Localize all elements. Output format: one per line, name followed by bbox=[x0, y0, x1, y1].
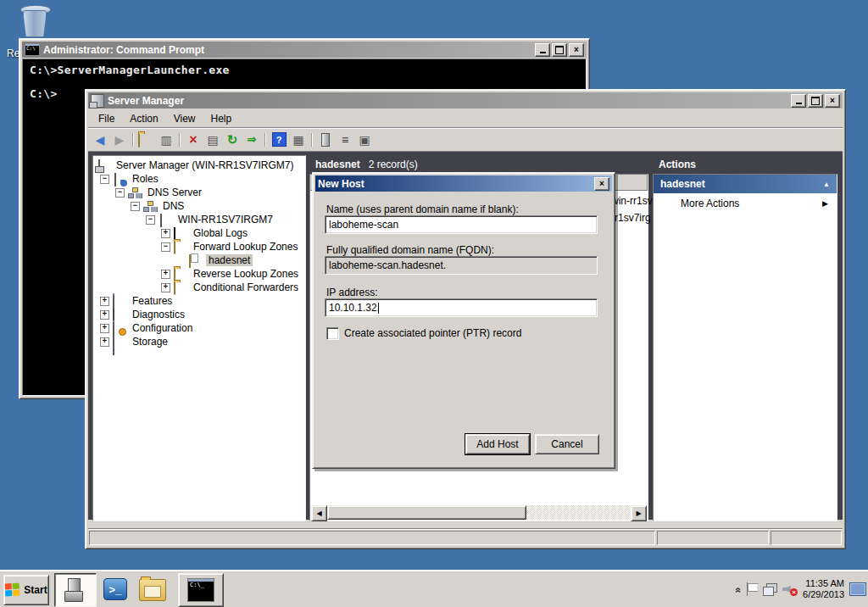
tree-item-features[interactable]: +Features bbox=[100, 294, 175, 308]
volume-muted-icon[interactable] bbox=[782, 582, 798, 596]
more-actions-item[interactable]: More Actions ▶ bbox=[654, 195, 837, 212]
taskbar: Start >_ « 11:35 AM 6/29/2013 bbox=[0, 570, 868, 607]
properties-icon[interactable]: ▤ bbox=[204, 132, 221, 148]
tree-item-diagnostics[interactable]: +Diagnostics bbox=[100, 308, 187, 321]
cancel-button[interactable]: Cancel bbox=[535, 434, 599, 454]
tray-clock[interactable]: 11:35 AM 6/29/2013 bbox=[803, 578, 844, 600]
collapse-box-icon[interactable]: − bbox=[115, 188, 125, 198]
actions-group-hadesnet[interactable]: hadesnet ▲ bbox=[654, 175, 837, 193]
cmd-minimize-button[interactable] bbox=[535, 43, 550, 57]
start-button[interactable]: Start bbox=[3, 575, 49, 605]
list-icon[interactable]: ≡ bbox=[337, 132, 353, 148]
server-icon[interactable] bbox=[317, 132, 334, 148]
cmd-titlebar[interactable]: Administrator: Command Prompt × bbox=[22, 42, 587, 58]
ptr-checkbox[interactable] bbox=[326, 327, 339, 340]
network-icon[interactable] bbox=[763, 583, 777, 596]
tree-item-server-manager-win-rr1sv7irgm7[interactable]: Server Manager (WIN-RR1SV7IRGM7) bbox=[97, 159, 296, 172]
menu-bar: FileActionViewHelp bbox=[88, 109, 843, 128]
forward-icon[interactable]: ▶ bbox=[111, 132, 128, 148]
record-data-partial[interactable]: rr1sv7irg bbox=[611, 212, 651, 224]
console-tree-pane: Server Manager (WIN-RR1SV7IRGM7)−Roles−D… bbox=[92, 155, 306, 521]
scroll-thumb[interactable] bbox=[327, 505, 526, 520]
menu-help[interactable]: Help bbox=[204, 111, 239, 126]
name-input[interactable]: laboheme-scan bbox=[325, 215, 598, 234]
expand-box-icon[interactable]: + bbox=[161, 283, 170, 292]
sm-close-button[interactable]: × bbox=[825, 94, 840, 108]
expand-box-icon[interactable]: + bbox=[100, 297, 109, 306]
sm-titlebar[interactable]: Server Manager × bbox=[88, 92, 843, 109]
collapse-box-icon[interactable]: − bbox=[131, 202, 140, 211]
menu-file[interactable]: File bbox=[92, 111, 121, 126]
tree-item-storage[interactable]: +Storage bbox=[100, 335, 170, 348]
ptr-checkbox-label: Create associated pointer (PTR) record bbox=[344, 327, 521, 339]
zone-icon bbox=[189, 255, 202, 266]
action-center-flag-icon[interactable] bbox=[746, 582, 758, 596]
tree-item-label: Features bbox=[130, 295, 175, 307]
ip-input[interactable]: 10.10.1.32 bbox=[325, 298, 598, 317]
console-tree-icon[interactable]: ▥ bbox=[158, 132, 175, 148]
tree-item-label: Global Logs bbox=[191, 227, 250, 239]
folder-icon[interactable] bbox=[138, 132, 155, 148]
collapse-box-icon[interactable]: − bbox=[161, 242, 170, 252]
actions-group-label: hadesnet bbox=[660, 178, 705, 190]
record-data-partial[interactable]: win-rr1sv bbox=[611, 195, 653, 207]
dialog-titlebar[interactable]: New Host × bbox=[315, 175, 612, 192]
sm-maximize-button[interactable] bbox=[808, 94, 823, 108]
refresh-icon[interactable]: ↻ bbox=[224, 132, 241, 148]
collapse-box-icon[interactable]: − bbox=[146, 215, 155, 225]
tree-item-dns-server[interactable]: −DNS Server bbox=[115, 186, 204, 199]
toolbar-separator bbox=[179, 133, 181, 147]
collapse-chevron-icon[interactable]: ▲ bbox=[823, 181, 830, 188]
submenu-arrow-icon: ▶ bbox=[822, 199, 828, 208]
help-icon[interactable]: ? bbox=[270, 132, 287, 148]
dialog-close-button[interactable]: × bbox=[594, 177, 609, 191]
scroll-left-button[interactable]: ◀ bbox=[311, 505, 327, 521]
clock-time: 11:35 AM bbox=[803, 578, 844, 589]
roles-icon bbox=[113, 174, 125, 185]
terminal-line bbox=[30, 76, 579, 88]
scroll-track[interactable] bbox=[327, 505, 631, 520]
tree-item-label: hadesnet bbox=[206, 254, 253, 266]
taskbar-powershell-icon[interactable]: >_ bbox=[103, 578, 127, 600]
windows-logo-icon bbox=[5, 583, 21, 598]
expand-box-icon[interactable]: + bbox=[161, 270, 170, 279]
cmd-maximize-button[interactable] bbox=[552, 43, 567, 57]
tree-item-label: Forward Lookup Zones bbox=[191, 241, 300, 253]
sm-minimize-button[interactable] bbox=[791, 94, 806, 108]
back-icon[interactable]: ◀ bbox=[92, 132, 108, 148]
collapse-box-icon[interactable]: − bbox=[100, 175, 109, 184]
expand-box-icon[interactable]: + bbox=[100, 324, 109, 333]
tree-item-win-rr1sv7irgm7[interactable]: −WIN-RR1SV7IRGM7 bbox=[146, 213, 275, 226]
expand-box-icon[interactable]: + bbox=[100, 337, 109, 347]
expand-box-icon[interactable]: + bbox=[100, 310, 109, 320]
tree-item-roles[interactable]: −Roles bbox=[100, 172, 161, 186]
recycle-bin-icon[interactable] bbox=[20, 5, 49, 37]
results-horizontal-scrollbar[interactable]: ◀ ▶ bbox=[311, 505, 647, 520]
tree-item-forward-lookup-zones[interactable]: −Forward Lookup Zones bbox=[161, 240, 300, 253]
tree-item-conditional-forwarders[interactable]: +Conditional Forwarders bbox=[161, 281, 301, 294]
fqdn-label: Fully qualified domain name (FQDN): bbox=[326, 244, 494, 256]
cmd-close-button[interactable]: × bbox=[569, 43, 584, 57]
tree-item-hadesnet[interactable]: hadesnet bbox=[176, 253, 253, 267]
server-manager-window-icon bbox=[91, 94, 104, 108]
menu-action[interactable]: Action bbox=[123, 111, 164, 126]
add-host-button[interactable]: Add Host bbox=[465, 434, 530, 454]
delete-icon[interactable]: × bbox=[185, 132, 202, 148]
show-desktop-button[interactable] bbox=[849, 582, 866, 596]
taskbar-server-manager-button[interactable] bbox=[54, 573, 97, 607]
scroll-right-button[interactable]: ▶ bbox=[631, 505, 647, 521]
clipboard-icon[interactable]: ▣ bbox=[356, 132, 373, 148]
tree-item-configuration[interactable]: +Configuration bbox=[100, 321, 195, 335]
tree-item-reverse-lookup-zones[interactable]: +Reverse Lookup Zones bbox=[161, 267, 301, 281]
name-value: laboheme-scan bbox=[329, 219, 398, 231]
hidden-icons-chevron[interactable]: « bbox=[733, 588, 745, 592]
tree-item-dns[interactable]: −DNS bbox=[131, 199, 186, 213]
action-pane-icon[interactable]: ▦ bbox=[290, 132, 307, 148]
taskbar-explorer-icon[interactable] bbox=[139, 579, 166, 601]
text-caret bbox=[378, 303, 379, 314]
actions-pane: hadesnet ▲ More Actions ▶ bbox=[653, 174, 837, 521]
taskbar-cmd-button[interactable] bbox=[178, 573, 224, 607]
menu-view[interactable]: View bbox=[167, 111, 203, 126]
export-list-icon[interactable]: ⇒ bbox=[243, 132, 260, 148]
expand-box-icon[interactable]: + bbox=[161, 229, 170, 238]
